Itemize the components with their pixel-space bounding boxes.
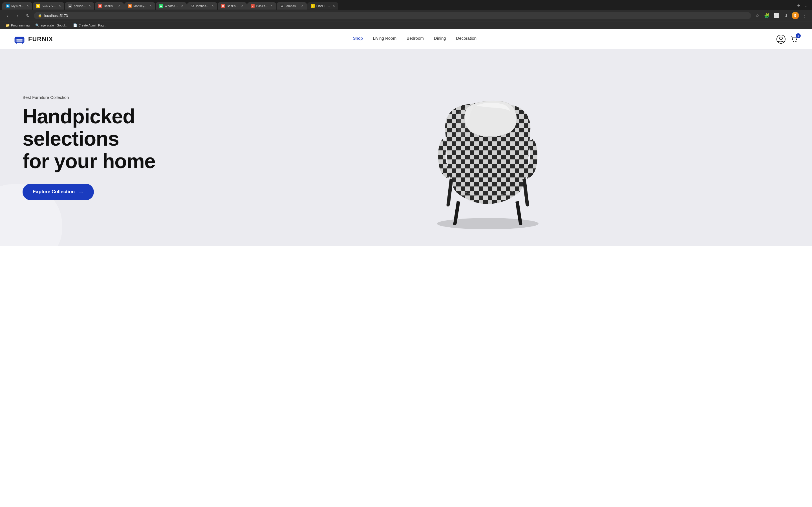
hero-image-area [186,66,790,229]
nav-link-bedroom[interactable]: Bedroom [407,36,424,42]
browser-tab-4[interactable]: m Monkey... ✕ [124,2,155,10]
forward-button[interactable]: › [13,11,21,19]
hero-subtitle: Best Furniture Collection [22,95,186,100]
browser-tabs: in My Net... ✕ S SONY V... ✕ ▲ person...… [0,0,812,10]
address-bar[interactable]: 🔒 localhost:5173 [34,12,751,19]
bookmark-star-icon[interactable]: ☆ [753,11,761,19]
cart-button[interactable]: 1 [790,35,799,43]
browser-tab-5[interactable]: W WhatsA... ✕ [156,2,187,10]
browser-tab-2[interactable]: ▲ person... ✕ [65,2,94,10]
logo-text: FURNIX [28,36,53,43]
svg-rect-6 [16,42,17,43]
bookmarks-bar: 📁 Programming 🔍 age scale - Googl... 📄 C… [0,21,812,29]
svg-rect-2 [16,40,23,41]
tabs-overflow-button[interactable]: ⌄ [803,3,810,9]
browser-tab-10[interactable]: F Finix Fu... ✕ [307,2,338,10]
toolbar-actions: ☆ 🧩 ⬜ ⬇ B ⋮ [753,11,809,19]
account-icon [776,35,785,44]
navbar: FURNIX Shop Living Room Bedroom Dining D… [0,29,812,49]
svg-point-9 [779,37,782,40]
folder-icon: 📁 [6,23,10,27]
browser-tab-9[interactable]: ⬡ iambas... ✕ [276,2,307,10]
browser-tab-0[interactable]: in My Net... ✕ [2,2,32,10]
google-icon: 🔍 [35,23,40,27]
screen-cast-icon[interactable]: ⬜ [772,11,780,19]
nav-links: Shop Living Room Bedroom Dining Decorati… [353,36,476,42]
explore-collection-button[interactable]: Explore Collection → [22,184,94,200]
svg-point-11 [795,41,797,42]
bookmark-label: Create Admin Pag... [79,24,106,27]
website-content: FURNIX Shop Living Room Bedroom Dining D… [0,29,812,246]
logo[interactable]: FURNIX [13,33,53,45]
bookmark-programming[interactable]: 📁 Programming [3,22,32,28]
browser-tab-3[interactable]: B Basil's... ✕ [95,2,124,10]
new-tab-button[interactable]: + [795,2,802,10]
hero-title: Handpicked selections for your home [22,105,186,172]
nav-link-living-room[interactable]: Living Room [373,36,396,42]
logo-icon [13,33,26,45]
svg-rect-7 [22,42,23,43]
browser-tab-8[interactable]: B Basil's... ✕ [247,2,276,10]
bookmark-label: age scale - Googl... [41,24,67,27]
chair-svg [420,83,555,229]
browser-tab-1[interactable]: S SONY V... ✕ [33,2,64,10]
account-button[interactable] [776,35,785,44]
bookmark-create-admin[interactable]: 📄 Create Admin Pag... [71,22,108,28]
nav-link-decoration[interactable]: Decoration [456,36,477,42]
user-avatar[interactable]: B [792,12,799,19]
nav-link-dining[interactable]: Dining [434,36,446,42]
browser-toolbar: ‹ › ↻ 🔒 localhost:5173 ☆ 🧩 ⬜ ⬇ B ⋮ [0,10,812,21]
browser-tab-7[interactable]: B Basil's... ✕ [218,2,247,10]
arrow-icon: → [78,189,84,195]
hero-content: Best Furniture Collection Handpicked sel… [22,95,186,200]
browser-chrome: in My Net... ✕ S SONY V... ✕ ▲ person...… [0,0,812,29]
nav-actions: 1 [776,35,799,44]
menu-icon[interactable]: ⋮ [801,11,809,19]
lock-icon: 🔒 [38,13,42,17]
chair-illustration [420,83,555,229]
url-text: localhost:5173 [44,13,68,18]
nav-link-shop[interactable]: Shop [353,36,363,42]
bookmark-age-scale[interactable]: 🔍 age scale - Googl... [33,22,70,28]
cart-badge: 1 [796,33,801,38]
svg-rect-5 [15,37,24,39]
hero-section: Best Furniture Collection Handpicked sel… [0,49,812,246]
extensions-icon[interactable]: 🧩 [763,11,771,19]
browser-tab-6[interactable]: ⬡ iambas... ✕ [187,2,217,10]
explore-label: Explore Collection [33,189,75,194]
bookmark-label: Programming [11,24,30,27]
back-button[interactable]: ‹ [3,11,11,19]
save-icon[interactable]: ⬇ [782,11,790,19]
svg-point-16 [437,218,539,229]
page-icon: 📄 [73,23,77,27]
svg-point-10 [793,41,794,42]
reload-button[interactable]: ↻ [24,11,32,19]
